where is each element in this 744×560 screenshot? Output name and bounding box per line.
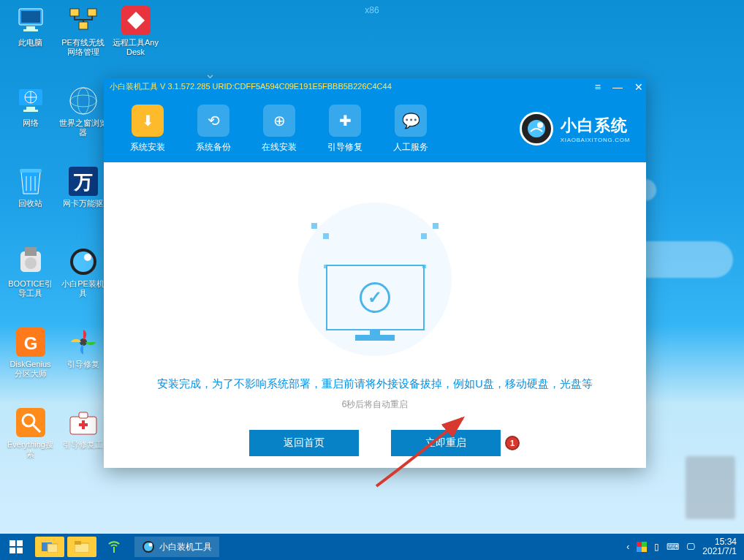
boot-repair2-icon — [67, 406, 99, 439]
svg-rect-46 — [642, 542, 647, 547]
checkmark-icon: ✓ — [360, 282, 390, 313]
content-area: ✓ 安装完成，为了不影响系统部署，重启前请将外接设备拔掉，例如U盘，移动硬盘，光… — [104, 162, 646, 468]
icon-label: BOOTICE引导工具 — [6, 279, 55, 298]
nav-install[interactable]: ⬇系统安装 — [115, 105, 181, 154]
recycle-icon — [15, 165, 47, 197]
title-bar[interactable]: 小白装机工具 V 3.1.572.285 URID:CDFF5A594C09E1… — [104, 78, 646, 95]
bootice-icon — [15, 246, 47, 278]
back-button[interactable]: 返回首页 — [249, 430, 359, 456]
icon-label: 网络 — [23, 118, 39, 128]
taskbar-app[interactable]: 小白装机工具 — [134, 537, 219, 557]
desktop-icon-boot-repair2[interactable]: 引导修复工 — [58, 406, 107, 480]
success-illustration: ✓ — [284, 203, 466, 330]
close-icon[interactable]: ✕ — [634, 81, 643, 93]
wifi-icon[interactable] — [99, 537, 129, 557]
svg-text:万: 万 — [73, 171, 93, 193]
desktop-icon-network[interactable]: 网络 — [6, 85, 55, 158]
svg-rect-41 — [75, 541, 81, 545]
icon-label: PE有线无线网络管理 — [58, 38, 107, 56]
icon-label: 引导修复 — [67, 360, 99, 369]
installer-window: 小白装机工具 V 3.1.572.285 URID:CDFF5A594C09E1… — [104, 78, 646, 468]
tray-keyboard-icon[interactable]: ⌨ — [667, 542, 679, 552]
desktop-icon-diskgenius[interactable]: GDiskGenius分区大师 — [6, 326, 55, 399]
svg-rect-4 — [70, 9, 79, 16]
xiaobai-pe-icon — [67, 246, 99, 278]
menu-icon[interactable]: ≡ — [595, 81, 601, 93]
install-icon: ⬇ — [132, 105, 164, 137]
brand-url: XIAOBAIXITONG.COM — [561, 137, 630, 143]
file-explorer-icon[interactable] — [67, 537, 96, 557]
icon-label: 远程工具AnyDesk — [111, 38, 160, 56]
desktop-icon-boot-repair[interactable]: 引导修复 — [58, 326, 107, 399]
nav-support[interactable]: 💬人工服务 — [378, 105, 444, 154]
svg-point-23 — [73, 251, 94, 272]
desktop-icon-driver[interactable]: 万网卡万能驱 — [58, 165, 107, 238]
svg-rect-37 — [17, 548, 23, 553]
svg-point-21 — [25, 257, 37, 269]
svg-rect-45 — [637, 542, 642, 547]
nav-label: 系统安装 — [130, 141, 165, 154]
icon-label: 此电脑 — [18, 38, 42, 48]
taskbar[interactable]: 小白装机工具 ‹ ▯ ⌨ 🖵 15:34 2021/7/1 — [0, 534, 744, 560]
backup-icon: ⟲ — [197, 105, 229, 137]
nav-label: 人工服务 — [393, 141, 428, 154]
countdown-message: 6秒后将自动重启 — [342, 398, 409, 411]
minimize-icon[interactable]: — — [612, 81, 623, 93]
restart-button[interactable]: 立即重启 — [391, 430, 501, 456]
nav-label: 系统备份 — [196, 141, 231, 154]
everything-icon — [15, 406, 47, 439]
svg-rect-36 — [10, 548, 15, 553]
svg-rect-31 — [79, 412, 88, 418]
tray-battery-icon[interactable]: ▯ — [654, 542, 659, 552]
nav-online[interactable]: ⊕在线安装 — [246, 105, 312, 154]
brand-badge-icon — [520, 112, 553, 145]
icon-label: 小白PE装机具 — [58, 279, 107, 298]
nav-label: 引导修复 — [327, 141, 362, 154]
tray-monitor-icon[interactable]: 🖵 — [686, 542, 695, 552]
this-pc-icon — [15, 4, 47, 37]
window-title: 小白装机工具 V 3.1.572.285 URID:CDFF5A594C09E1… — [110, 81, 392, 92]
anydesk-icon — [120, 4, 152, 37]
desktop-icon-this-pc[interactable]: 此电脑 — [6, 4, 55, 77]
svg-rect-11 — [23, 110, 38, 112]
taskbar-app-label: 小白装机工具 — [159, 541, 212, 553]
svg-rect-5 — [88, 9, 96, 16]
start-button[interactable] — [0, 534, 32, 560]
svg-rect-47 — [637, 547, 642, 552]
desktop-icon-recycle[interactable]: 回收站 — [6, 165, 55, 238]
brand-name: 小白系统 — [561, 115, 630, 137]
svg-point-44 — [149, 543, 153, 547]
desktop-icon-bootice[interactable]: BOOTICE引导工具 — [6, 246, 55, 319]
svg-point-24 — [84, 254, 91, 261]
desktop-icon-pe-network[interactable]: PE有线无线网络管理 — [58, 4, 107, 77]
nav-repair[interactable]: ✚引导修复 — [312, 105, 378, 154]
nav-backup[interactable]: ⟲系统备份 — [181, 105, 246, 154]
support-icon: 💬 — [395, 105, 427, 137]
qr-widget[interactable] — [686, 456, 735, 519]
svg-rect-48 — [642, 547, 647, 552]
icon-label: Everything搜索 — [6, 440, 55, 458]
icon-label: 回收站 — [18, 199, 42, 208]
repair-icon: ✚ — [329, 105, 361, 137]
tray-security-icon[interactable] — [637, 542, 647, 552]
icon-label: 网卡万能驱 — [63, 199, 103, 208]
explorer-folders-icon[interactable] — [35, 537, 64, 557]
pe-network-icon — [67, 4, 99, 37]
desktop-icon-anydesk[interactable]: 远程工具AnyDesk — [111, 4, 160, 77]
browser-icon — [67, 85, 99, 117]
desktop-icon-xiaobai-pe[interactable]: 小白PE装机具 — [58, 246, 107, 319]
svg-rect-39 — [48, 544, 58, 553]
svg-point-33 — [537, 122, 543, 128]
icon-label: 世界之窗浏览器 — [58, 118, 107, 137]
nav-bar: ⬇系统安装⟲系统备份⊕在线安装✚引导修复💬人工服务 小白系统 XIAOBAIXI… — [104, 95, 646, 162]
system-tray[interactable]: ‹ ▯ ⌨ 🖵 15:34 2021/7/1 — [626, 537, 744, 556]
svg-rect-1 — [21, 11, 40, 23]
desktop-icon-everything[interactable]: Everything搜索 — [6, 406, 55, 480]
icon-label: 引导修复工 — [63, 440, 103, 450]
tray-chevron-icon[interactable]: ‹ — [626, 542, 629, 552]
desktop-icon-browser[interactable]: 世界之窗浏览器 — [58, 85, 107, 158]
annotation-marker: 1 — [505, 436, 520, 450]
svg-text:G: G — [23, 333, 37, 353]
svg-rect-35 — [17, 540, 23, 546]
network-icon — [15, 85, 47, 117]
